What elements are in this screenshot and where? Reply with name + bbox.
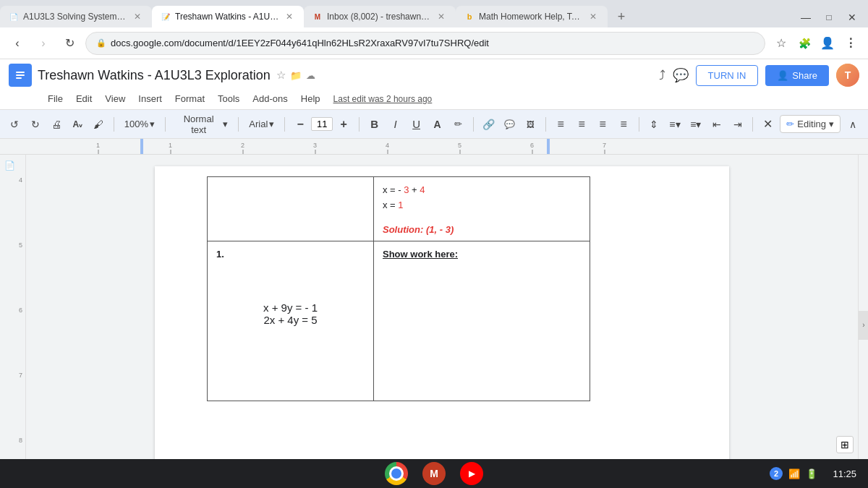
line-spacing-button[interactable]: ⇕: [645, 115, 663, 134]
docs-header: Treshawn Watkins - A1U3L3 Exploration ☆ …: [0, 59, 868, 110]
editing-arrow: ▾: [829, 119, 834, 129]
forward-button[interactable]: ›: [33, 33, 54, 53]
svg-rect-21: [547, 139, 550, 154]
restore-button[interactable]: □: [819, 7, 839, 27]
indent-less-button[interactable]: ⇤: [707, 115, 726, 134]
format-paint-button[interactable]: 🖌: [90, 115, 108, 134]
new-tab-button[interactable]: +: [610, 6, 632, 27]
tab-inbox[interactable]: M Inbox (8,002) - treshawn.watkin ✕: [304, 6, 456, 27]
clear-format-button[interactable]: ✕: [759, 115, 777, 134]
ruler-mark-8: 8: [19, 437, 22, 444]
minimize-button[interactable]: —: [796, 7, 816, 27]
image-button[interactable]: 🖼: [522, 115, 540, 134]
gmail-taskbar-icon[interactable]: M: [422, 462, 446, 485]
account-button[interactable]: 👤: [817, 33, 838, 53]
toolbar-sep-8: [639, 117, 639, 132]
undo-button[interactable]: ↺: [6, 115, 24, 134]
zoom-dropdown[interactable]: 100% ▾: [120, 117, 159, 131]
cloud-icon[interactable]: ☁: [306, 70, 315, 81]
tab-title-4: Math Homework Help, Textbook: [479, 12, 583, 22]
menu-file[interactable]: File: [42, 91, 69, 106]
list-dropdown[interactable]: ≡▾: [665, 115, 684, 134]
close-browser-button[interactable]: ✕: [842, 7, 862, 27]
style-dropdown[interactable]: Normal text ▾: [171, 112, 232, 137]
tab-close-2[interactable]: ✕: [284, 11, 295, 22]
back-button[interactable]: ‹: [7, 33, 27, 53]
work-title: Show work here:: [383, 249, 458, 260]
align-center-button[interactable]: ≡: [573, 115, 591, 134]
browser-action-buttons: ☆ 🧩 👤 ⋮: [771, 33, 861, 53]
extension-button[interactable]: 🧩: [794, 33, 814, 53]
chrome-taskbar-icon[interactable]: [385, 462, 408, 485]
comment-button[interactable]: 💬: [501, 115, 519, 134]
reload-button[interactable]: ↻: [59, 33, 80, 53]
menu-view[interactable]: View: [99, 91, 131, 106]
menu-format[interactable]: Format: [169, 91, 210, 106]
color-button[interactable]: A: [428, 115, 446, 134]
wifi-icon: 📶: [788, 468, 800, 479]
highlight-button[interactable]: ✏: [449, 115, 467, 134]
underline-button[interactable]: U: [407, 115, 425, 134]
bookmark-button[interactable]: ☆: [771, 33, 791, 53]
avatar[interactable]: T: [836, 64, 859, 87]
doc-area: 4 5 6 7 8 📄 x = - 3 + 4: [0, 155, 868, 488]
editing-dropdown[interactable]: ✏ Editing ▾: [780, 115, 841, 133]
redo-button[interactable]: ↻: [27, 115, 45, 134]
right-panel: ›: [858, 155, 868, 488]
menu-button[interactable]: ⋮: [841, 33, 861, 53]
toolbar-sep-4: [284, 117, 285, 132]
font-dropdown[interactable]: Arial ▾: [244, 117, 278, 131]
font-size-increase[interactable]: +: [334, 115, 353, 134]
sidebar-toggle[interactable]: ›: [859, 311, 868, 340]
turn-in-button[interactable]: TURN IN: [696, 65, 759, 86]
menu-tools[interactable]: Tools: [212, 91, 245, 106]
tab-close-4[interactable]: ✕: [587, 11, 599, 22]
tab-close-1[interactable]: ✕: [132, 11, 143, 22]
font-size-decrease[interactable]: −: [291, 115, 310, 134]
address-bar[interactable]: 🔒 docs.google.com/document/d/1EEY2zF044y…: [85, 32, 765, 55]
num-list-dropdown[interactable]: ≡▾: [686, 115, 705, 134]
youtube-taskbar-icon[interactable]: ▶: [460, 462, 483, 485]
problem-1-row: 1. x + 9y = - 1 2x + 4y = 5: [208, 241, 590, 401]
tab-favicon-2: 📝: [161, 12, 171, 22]
menu-help[interactable]: Help: [295, 91, 326, 106]
tab-a1u3l3[interactable]: 📄 A1U3L3 Solving Systems of Equ ✕: [0, 6, 152, 27]
style-value: Normal text: [176, 114, 221, 135]
share-button[interactable]: 👤 Share: [765, 65, 829, 86]
italic-button[interactable]: I: [386, 115, 404, 134]
prev-problem-row: x = - 3 + 4 x = 1 Solution: (1, - 3): [208, 177, 590, 241]
drive-icon[interactable]: 📁: [290, 70, 302, 81]
align-justify-button[interactable]: ≡: [615, 115, 633, 134]
comments-icon[interactable]: 💬: [673, 67, 689, 83]
document-scroll[interactable]: x = - 3 + 4 x = 1 Solution: (1, - 3): [26, 155, 858, 488]
toolbar-sep-5: [359, 117, 359, 132]
docs-title: Treshawn Watkins - A1U3L3 Exploration: [38, 68, 271, 83]
menu-insert[interactable]: Insert: [132, 91, 168, 106]
tab-close-3[interactable]: ✕: [435, 11, 447, 22]
menu-addons[interactable]: Add-ons: [247, 91, 293, 106]
indent-more-button[interactable]: ⇥: [728, 115, 746, 134]
star-icon[interactable]: ☆: [276, 69, 286, 82]
battery-icon: 🔋: [806, 468, 817, 479]
tab-favicon-1: 📄: [9, 12, 19, 22]
trending-icon[interactable]: ⤴: [659, 68, 665, 83]
tab-treshawn[interactable]: 📝 Treshawn Watkins - A1U3L3 Exp ✕: [152, 6, 304, 27]
bold-button[interactable]: B: [365, 115, 383, 134]
share-label: Share: [792, 70, 817, 81]
font-size-input[interactable]: [311, 117, 333, 131]
problem-1-right-cell[interactable]: Show work here:: [374, 241, 590, 401]
tab-math[interactable]: b Math Homework Help, Textbook ✕: [456, 6, 608, 27]
print-button[interactable]: 🖨: [48, 115, 66, 134]
align-right-button[interactable]: ≡: [594, 115, 612, 134]
ruler-mark-5: 5: [19, 241, 22, 249]
menu-edit[interactable]: Edit: [70, 91, 98, 106]
expand-button[interactable]: ⊞: [836, 436, 854, 453]
collapse-button[interactable]: ∧: [843, 115, 862, 134]
spell-button[interactable]: Aᵥ: [69, 115, 87, 134]
zoom-control[interactable]: 100% ▾: [120, 117, 159, 131]
ruler-mark-6: 6: [19, 307, 22, 314]
align-left-button[interactable]: ≡: [552, 115, 570, 134]
link-button[interactable]: 🔗: [480, 115, 498, 134]
svg-rect-2: [16, 74, 25, 76]
toolbar-right: ✏ Editing ▾ ∧: [780, 115, 862, 134]
